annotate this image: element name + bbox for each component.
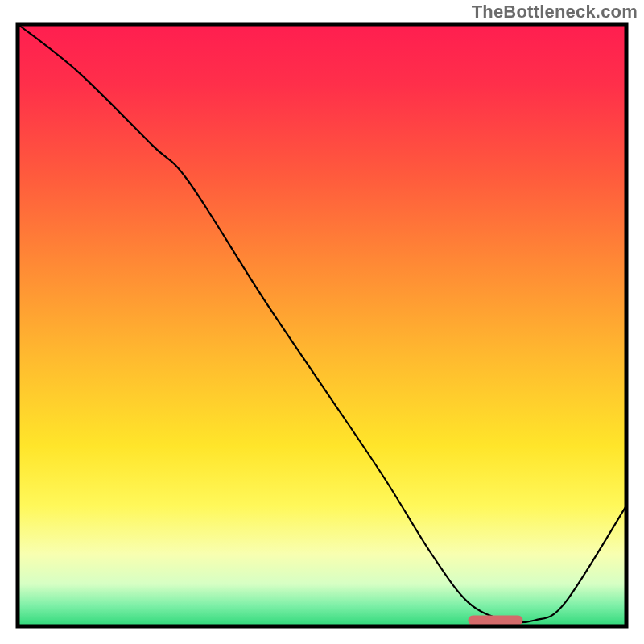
plot-background (18, 24, 626, 626)
watermark-text: TheBottleneck.com (472, 2, 638, 23)
optimal-range-marker (468, 616, 522, 625)
chart-frame: TheBottleneck.com (0, 0, 644, 644)
chart-svg (0, 0, 644, 644)
